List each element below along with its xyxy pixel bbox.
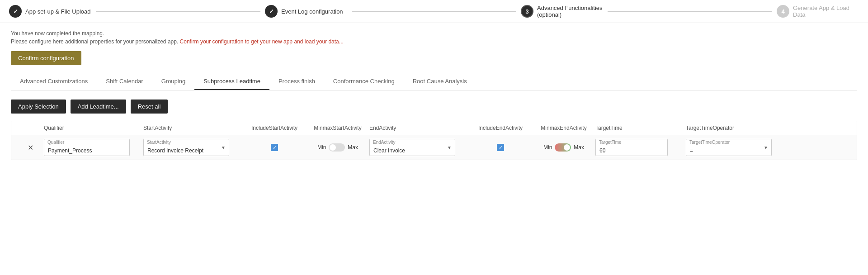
include-start-checkbox[interactable] xyxy=(271,144,278,151)
table-header: Qualifier StartActivity IncludeStartActi… xyxy=(11,121,857,135)
minmax-end-cell: Min Max xyxy=(532,143,595,152)
col-header-target-time: TargetTime xyxy=(595,125,686,131)
step-4-label: Generate App & Load Data xyxy=(793,5,859,18)
action-buttons: Apply Selection Add Leadtime... Reset al… xyxy=(11,90,857,121)
max-end-label: Max xyxy=(574,144,584,151)
tab-root-cause-analysis[interactable]: Root Cause Analysis xyxy=(404,73,476,90)
operator-label: TargetTimeOperator xyxy=(689,140,730,145)
apply-selection-button[interactable]: Apply Selection xyxy=(11,100,66,114)
start-activity-select-wrapper: StartActivity Record Invoice Receipt ▼ xyxy=(143,139,229,156)
add-leadtime-button[interactable]: Add Leadtime... xyxy=(71,100,126,114)
step-2[interactable]: ✓ Event Log configuration xyxy=(265,5,347,18)
step-4-circle: 4 xyxy=(777,5,789,18)
min-end-label: Min xyxy=(543,144,552,151)
end-activity-cell: EndActivity Clear Invoice ▼ xyxy=(369,139,469,156)
toggle-start-knob xyxy=(330,144,336,151)
include-start-cell xyxy=(243,144,306,151)
qualifier-field: Qualifier xyxy=(44,139,130,156)
step-2-label: Event Log configuration xyxy=(281,8,343,15)
col-header-delete xyxy=(17,125,44,131)
step-divider-2 xyxy=(352,11,516,12)
tab-shift-calendar[interactable]: Shift Calendar xyxy=(97,73,152,90)
step-divider-1 xyxy=(96,11,260,12)
step-divider-3 xyxy=(608,11,772,12)
col-header-target-operator: TargetTimeOperator xyxy=(686,125,785,131)
step-2-circle: ✓ xyxy=(265,5,278,18)
target-time-label: TargetTime xyxy=(599,140,622,145)
col-header-qualifier: Qualifier xyxy=(44,125,143,131)
info-line1: You have now completed the mapping. xyxy=(11,30,857,37)
step-3[interactable]: 3 Advanced Functionalities (optional) xyxy=(521,5,603,18)
step-4[interactable]: 4 Generate App & Load Data xyxy=(777,5,859,18)
col-header-include-end: IncludeEndActivity xyxy=(469,125,532,131)
step-1[interactable]: ✓ App set-up & File Upload xyxy=(9,5,91,18)
step-3-circle: 3 xyxy=(521,5,533,18)
delete-cell: ✕ xyxy=(17,143,44,152)
tab-grouping[interactable]: Grouping xyxy=(152,73,194,90)
include-end-cell xyxy=(469,144,532,151)
max-start-label: Max xyxy=(348,144,358,151)
col-header-start-activity: StartActivity xyxy=(143,125,243,131)
minmax-start-cell: Min Max xyxy=(306,143,369,152)
target-time-field: TargetTime xyxy=(595,139,668,156)
confirm-button[interactable]: Confirm configuration xyxy=(11,51,81,65)
step-1-circle: ✓ xyxy=(9,5,22,18)
toggle-end-knob xyxy=(564,144,570,151)
col-header-include-start: IncludeStartActivity xyxy=(243,125,306,131)
delete-row-button[interactable]: ✕ xyxy=(28,143,33,152)
info-line2: Please configure here additional propert… xyxy=(11,38,857,45)
minmax-start-toggle[interactable] xyxy=(329,143,345,152)
info-normal: Please configure here additional propert… xyxy=(11,38,178,45)
info-highlight: Confirm your configuration to get your n… xyxy=(180,38,344,45)
end-activity-select-wrapper: EndActivity Clear Invoice ▼ xyxy=(369,139,455,156)
include-end-checkbox[interactable] xyxy=(497,144,504,151)
start-activity-label: StartActivity xyxy=(147,140,171,145)
target-operator-cell: TargetTimeOperator = < > <= >= ▼ xyxy=(686,139,785,156)
table-row: ✕ Qualifier StartActivity Record Invoice… xyxy=(11,135,857,160)
main-content: You have now completed the mapping. Plea… xyxy=(0,23,868,167)
tab-bar: Advanced Customizations Shift Calendar G… xyxy=(11,73,857,90)
operator-select-wrapper: TargetTimeOperator = < > <= >= ▼ xyxy=(686,139,772,156)
col-header-minmax-start: MinmaxStartActivity xyxy=(306,125,369,131)
reset-all-button[interactable]: Reset all xyxy=(131,100,168,114)
step-3-label: Advanced Functionalities (optional) xyxy=(537,5,603,18)
stepper: ✓ App set-up & File Upload ✓ Event Log c… xyxy=(0,0,868,23)
minmax-end-toggle[interactable] xyxy=(555,143,571,152)
min-start-label: Min xyxy=(317,144,326,151)
step-1-label: App set-up & File Upload xyxy=(25,8,91,15)
minmax-end-toggle-wrapper: Min Max xyxy=(543,143,584,152)
tab-subprocess-leadtime[interactable]: Subprocess Leadtime xyxy=(194,73,269,90)
qualifier-cell: Qualifier xyxy=(44,139,143,156)
col-header-minmax-end: MinmaxEndActivity xyxy=(532,125,595,131)
tab-conformance-checking[interactable]: Conformance Checking xyxy=(324,73,404,90)
tab-advanced-customizations[interactable]: Advanced Customizations xyxy=(11,73,97,90)
leadtime-table: Qualifier StartActivity IncludeStartActi… xyxy=(11,121,857,160)
minmax-start-toggle-wrapper: Min Max xyxy=(317,143,358,152)
target-time-cell: TargetTime xyxy=(595,139,686,156)
tab-process-finish[interactable]: Process finish xyxy=(269,73,324,90)
col-header-end-activity: EndActivity xyxy=(369,125,469,131)
qualifier-label: Qualifier xyxy=(47,140,64,145)
start-activity-cell: StartActivity Record Invoice Receipt ▼ xyxy=(143,139,243,156)
end-activity-label: EndActivity xyxy=(373,140,395,145)
